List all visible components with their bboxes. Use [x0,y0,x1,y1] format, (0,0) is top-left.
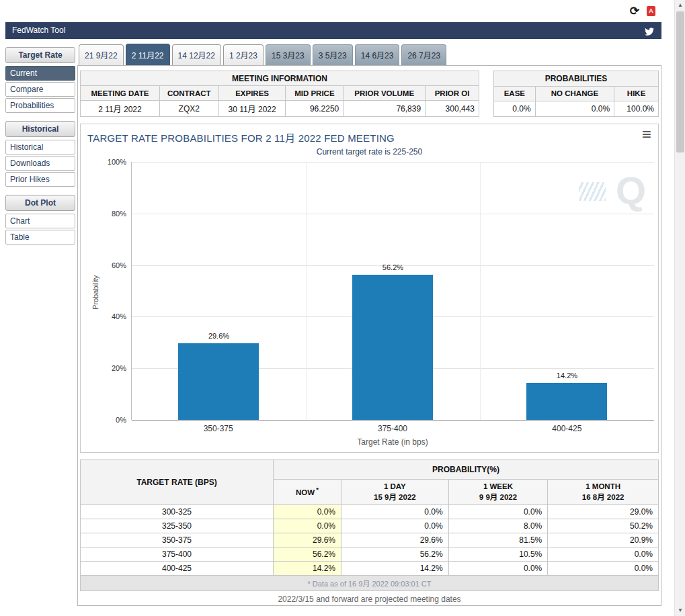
prior-oi-value: 300,443 [426,101,479,117]
bar-slot-375-400: 56.2% [306,162,480,420]
sidebar-item-historical[interactable]: Historical [5,140,75,155]
bar-label-400-425: 14.2% [557,371,577,380]
bar-label-375-400: 56.2% [382,263,403,271]
table-row: 350-375 29.6% 29.6% 81.5% 20.9% [81,533,659,547]
ease-value: 0.0% [494,101,536,117]
mid-price-value: 96.2250 [286,101,344,117]
col-1-month: 1 MONTH16 8月 2022 [548,480,659,505]
scroll-up-button[interactable]: ▲ [675,0,685,11]
x-cat-375-400: 375-400 [305,424,479,433]
target-rate-bps-header: TARGET RATE (BPS) [81,460,274,505]
col-prior-oi: PRIOR OI [426,86,479,101]
prior-volume-value: 76,839 [344,101,426,117]
fedwatch-app: ⟳ A FedWatch Tool Target Rate Current Co… [0,0,674,616]
info-row: MEETING INFORMATION MEETING DATE CONTRAC… [80,71,659,117]
table-row: 400-425 14.2% 14.2% 0.0% 0.0% [81,562,659,576]
sidebar-item-downloads[interactable]: Downloads [5,156,75,171]
tab-meeting-1[interactable]: 2 11月22 [126,44,170,65]
sidebar-item-chart[interactable]: Chart [5,214,75,228]
col-1-week: 1 WEEK9 9月 2022 [448,480,548,505]
twitter-icon[interactable] [644,26,655,35]
vertical-scrollbar[interactable]: ▲ ▼ [674,0,685,616]
meeting-information-table: MEETING INFORMATION MEETING DATE CONTRAC… [80,71,479,117]
tab-meeting-5[interactable]: 3 5月23 [313,44,353,65]
sidebar-item-table[interactable]: Table [5,230,75,245]
col-prior-volume: PRIOR VOLUME [344,86,426,101]
sidebar-item-prior-hikes[interactable]: Prior Hikes [5,172,75,187]
tab-meeting-0[interactable]: 21 9月22 [79,44,124,65]
app-title: FedWatch Tool [12,26,65,35]
probability-group-header: PROBABILITY(%) [274,460,659,480]
refresh-icon[interactable]: ⟳ [630,4,639,18]
tab-meeting-6[interactable]: 14 6月23 [355,44,400,65]
meeting-info-title: MEETING INFORMATION [81,71,479,86]
x-cat-400-425: 400-425 [480,424,654,433]
rate-350-375: 350-375 [81,533,274,547]
main-panel: MEETING INFORMATION MEETING DATE CONTRAC… [77,65,661,606]
rate-375-400: 375-400 [81,547,274,562]
col-expires: EXPIRES [218,86,286,101]
tab-meeting-4[interactable]: 15 3月23 [266,44,311,65]
scrollbar-thumb[interactable] [676,11,684,152]
col-now: NOW * [274,480,341,505]
y-tick-80: 80% [99,210,126,218]
tab-meeting-2[interactable]: 14 12月22 [172,44,221,65]
probability-history-table: TARGET RATE (BPS) PROBABILITY(%) NOW * 1… [80,459,659,591]
table-row: 300-325 0.0% 0.0% 0.0% 29.0% [81,505,659,519]
x-cat-350-375: 350-375 [131,424,305,433]
y-tick-100: 100% [99,158,126,166]
sidebar-item-probabilities[interactable]: Probabilities [5,98,75,113]
bar-slot-350-375: 29.6% [132,162,306,420]
bar-350-375 [178,343,259,420]
col-mid-price: MID PRICE [286,86,344,101]
header-bar: FedWatch Tool [5,22,661,39]
bar-400-425 [526,383,607,420]
sidebar-item-compare[interactable]: Compare [5,82,75,97]
sidebar-header-target-rate: Target Rate [5,47,75,63]
no-change-value: 0.0% [535,101,614,117]
col-ease: EASE [494,86,536,101]
x-axis-categories: 350-375 375-400 400-425 [131,424,654,433]
col-1-day: 1 DAY15 9月 2022 [341,480,449,505]
hike-value: 100.0% [614,101,659,117]
sidebar: Target Rate Current Compare Probabilitie… [5,47,75,246]
chart-menu-icon[interactable]: ≡ [642,126,651,142]
sidebar-item-current[interactable]: Current [5,66,75,81]
expires-value: 30 11月 2022 [218,101,286,117]
contract-value: ZQX2 [159,101,218,117]
projected-dates-note: 2022/3/15 and forward are projected meet… [78,595,661,604]
y-tick-20: 20% [99,364,126,372]
col-no-change: NO CHANGE [535,86,614,101]
table-row: 325-350 0.0% 0.0% 8.0% 50.2% [81,519,659,533]
bar-slot-400-425: 14.2% [480,162,654,420]
sidebar-header-dot-plot: Dot Plot [5,195,75,211]
tab-meeting-3[interactable]: 1 2月23 [223,44,264,65]
now-asterisk: * [316,486,319,493]
bar-label-350-375: 29.6% [208,332,229,340]
rate-300-325: 300-325 [81,505,274,519]
data-as-of-footnote: * Data as of 16 9月 2022 09:03:01 CT [81,576,659,591]
main-content: 21 9月22 2 11月22 14 12月22 1 2月23 15 3月23 … [77,44,661,606]
plot-area: 100% 80% 60% 40% 20% 0% Q 29.6% 56.2% [131,162,654,420]
sidebar-header-historical: Historical [5,121,75,137]
table-row: 375-400 56.2% 56.2% 10.5% 0.0% [81,547,659,562]
y-tick-0: 0% [99,416,126,424]
chart-x-axis-label: Target Rate (in bps) [131,437,654,447]
meeting-tabs: 21 9月22 2 11月22 14 12月22 1 2月23 15 3月23 … [77,44,661,65]
y-tick-60: 60% [99,261,126,269]
target-rate-chart: TARGET RATE PROBABILITIES FOR 2 11月 2022… [80,124,659,453]
probabilities-title: PROBABILITIES [494,71,659,87]
meeting-date-value: 2 11月 2022 [81,101,160,117]
chart-subtitle: Current target rate is 225-250 [81,147,658,157]
tab-meeting-7[interactable]: 26 7月23 [401,44,446,65]
chart-title: TARGET RATE PROBABILITIES FOR 2 11月 2022… [81,124,658,144]
col-hike: HIKE [614,86,659,101]
col-meeting-date: MEETING DATE [81,86,160,101]
probability-history-table-wrap: TARGET RATE (BPS) PROBABILITY(%) NOW * 1… [80,459,659,591]
chart-y-axis-label: Probability [91,242,99,343]
col-contract: CONTRACT [159,86,218,101]
y-tick-40: 40% [99,312,126,320]
pdf-icon[interactable]: A [647,6,655,16]
scroll-down-button[interactable]: ▼ [675,605,685,616]
rate-325-350: 325-350 [81,519,274,533]
